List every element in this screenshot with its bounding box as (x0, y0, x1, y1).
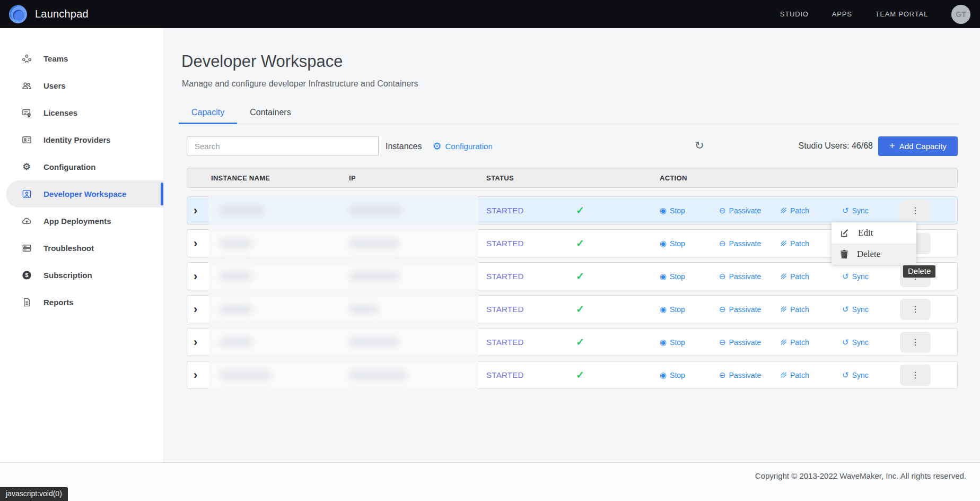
sidebar-item-subscription[interactable]: $ Subscription (0, 262, 163, 289)
stop-action[interactable]: ◉Stop (660, 272, 719, 281)
patch-action[interactable]: Patch (780, 206, 842, 215)
sync-action[interactable]: ↺Sync (842, 272, 892, 281)
table-header: INSTANCE NAME IP STATUS ACTION (187, 168, 958, 188)
sidebar-item-label: Configuration (43, 162, 95, 171)
sync-action[interactable]: ↺Sync (842, 371, 892, 379)
patch-action[interactable]: Patch (780, 371, 842, 379)
identity-providers-icon (21, 135, 32, 145)
table-row: › .. STARTED ✓ ◉Stop ⊖Passivate Patch ↺S… (187, 328, 958, 356)
sync-icon: ↺ (842, 272, 849, 280)
chevron-right-icon[interactable]: › (187, 205, 211, 217)
nav-link-team-portal[interactable]: TEAM PORTAL (876, 10, 928, 18)
sidebar-item-label: Subscription (43, 271, 92, 280)
status-badge: STARTED (486, 338, 576, 347)
stop-action[interactable]: ◉Stop (660, 305, 719, 314)
chevron-right-icon[interactable]: › (187, 336, 211, 348)
sidebar-item-label: App Deployments (43, 217, 111, 226)
menu-item-edit[interactable]: Edit (832, 222, 916, 244)
row-menu-button[interactable]: ⋮ (900, 365, 931, 386)
stop-action[interactable]: ◉Stop (660, 206, 719, 215)
passivate-icon: ⊖ (719, 371, 726, 379)
passivate-action[interactable]: ⊖Passivate (719, 305, 780, 314)
sidebar-item-configuration[interactable]: ⚙ Configuration (0, 153, 163, 180)
user-avatar[interactable]: GT (951, 5, 970, 24)
configuration-link[interactable]: ⚙ Configuration (432, 141, 492, 151)
stop-action[interactable]: ◉Stop (660, 371, 719, 379)
stop-action[interactable]: ◉Stop (660, 239, 719, 248)
sidebar-item-developer-workspace[interactable]: Developer Workspace (6, 180, 163, 208)
sidebar-item-label: Identity Providers (43, 135, 111, 144)
licenses-icon (21, 108, 32, 118)
check-icon: ✓ (576, 237, 660, 249)
patch-icon (780, 240, 787, 247)
sidebar-item-label: Reports (43, 298, 74, 307)
patch-action[interactable]: Patch (780, 305, 842, 314)
status-badge: STARTED (486, 305, 576, 314)
check-icon: ✓ (576, 369, 660, 381)
tab-containers[interactable]: Containers (237, 103, 303, 124)
sync-action[interactable]: ↺Sync (842, 338, 892, 347)
row-menu-button[interactable]: ⋮ (900, 200, 931, 221)
sidebar-item-app-deployments[interactable]: App Deployments (0, 208, 163, 235)
nav-link-apps[interactable]: APPS (832, 10, 852, 18)
column-ip: IP (349, 174, 486, 182)
table-row: › .. STARTED ✓ ◉Stop ⊖Passivate Patch ↺S… (187, 262, 958, 290)
menu-item-delete[interactable]: Delete (832, 244, 916, 265)
instance-ip-redacted (349, 338, 486, 347)
launchpad-logo-icon (8, 5, 28, 24)
chevron-right-icon[interactable]: › (187, 238, 211, 249)
passivate-icon: ⊖ (719, 206, 726, 214)
patch-icon (780, 339, 787, 345)
instances-label: Instances (386, 142, 422, 151)
sidebar-item-label: Teams (43, 54, 68, 63)
patch-action[interactable]: Patch (780, 338, 842, 347)
passivate-action[interactable]: ⊖Passivate (719, 239, 780, 248)
sidebar-item-reports[interactable]: Reports (0, 289, 163, 316)
delete-tooltip: Delete (903, 265, 935, 278)
server-icon (21, 243, 32, 254)
developer-workspace-icon (21, 189, 32, 200)
passivate-action[interactable]: ⊖Passivate (719, 272, 780, 281)
check-icon: ✓ (576, 336, 660, 348)
sidebar-item-licenses[interactable]: Licenses (0, 99, 163, 126)
patch-action[interactable]: Patch (780, 272, 842, 281)
instance-name-redacted: .. (211, 206, 349, 215)
sync-action[interactable]: ↺Sync (842, 305, 892, 314)
sidebar: Teams Users Licenses Identity Providers (0, 28, 164, 462)
passivate-action[interactable]: ⊖Passivate (719, 371, 780, 379)
tab-bar: Capacity Containers (179, 103, 959, 124)
sidebar-item-identity-providers[interactable]: Identity Providers (0, 126, 163, 153)
instance-name-redacted: .. (211, 370, 349, 379)
passivate-icon: ⊖ (719, 305, 726, 313)
status-badge: STARTED (486, 239, 576, 248)
stop-icon: ◉ (660, 305, 667, 313)
add-capacity-button[interactable]: + Add Capacity (878, 136, 958, 156)
copyright-text: Copyright © 2013-2022 WaveMaker, Inc. Al… (755, 471, 966, 480)
stop-action[interactable]: ◉Stop (660, 338, 719, 347)
chevron-right-icon[interactable]: › (187, 304, 211, 315)
chevron-right-icon[interactable]: › (187, 369, 211, 381)
search-input[interactable] (187, 136, 379, 156)
cloud-icon (21, 216, 32, 227)
stop-icon: ◉ (660, 206, 667, 214)
row-menu-button[interactable]: ⋮ (900, 332, 931, 353)
refresh-icon[interactable]: ↻ (695, 140, 704, 151)
stop-icon: ◉ (660, 272, 667, 280)
sync-action[interactable]: ↺Sync (842, 206, 892, 215)
gear-icon: ⚙ (21, 162, 32, 172)
patch-icon (780, 207, 787, 214)
brand[interactable]: Launchpad (0, 5, 89, 24)
sidebar-item-troubleshoot[interactable]: Troubleshoot (0, 235, 163, 262)
capacity-table: INSTANCE NAME IP STATUS ACTION › .. STAR… (187, 168, 958, 394)
passivate-action[interactable]: ⊖Passivate (719, 206, 780, 215)
table-row: › .. STARTED ✓ ◉Stop ⊖Passivate Patch ↺S… (187, 361, 958, 389)
sidebar-item-teams[interactable]: Teams (0, 45, 163, 72)
passivate-action[interactable]: ⊖Passivate (719, 338, 780, 347)
chevron-right-icon[interactable]: › (187, 271, 211, 282)
sidebar-item-users[interactable]: Users (0, 72, 163, 99)
nav-link-studio[interactable]: STUDIO (780, 10, 809, 18)
tab-capacity[interactable]: Capacity (179, 103, 237, 124)
row-menu-button[interactable]: ⋮ (900, 299, 931, 320)
menu-item-label: Edit (858, 228, 873, 238)
studio-users-count: Studio Users: 46/68 (798, 141, 873, 151)
